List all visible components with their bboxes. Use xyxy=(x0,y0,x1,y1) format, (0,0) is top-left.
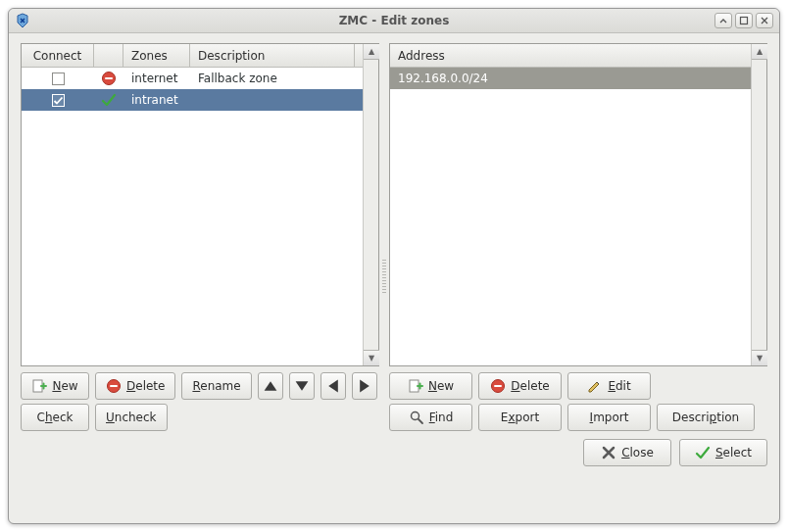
connect-checkbox-cell xyxy=(22,94,94,107)
close-icon xyxy=(601,445,616,460)
col-header-address[interactable]: Address xyxy=(390,44,751,68)
window: ZMC - Edit zones Connect xyxy=(8,8,780,524)
address-value: 192.168.0.0/24 xyxy=(390,72,751,85)
address-buttons: New Delete Edit xyxy=(389,366,767,431)
address-table-headers: Address xyxy=(390,44,751,68)
connect-checkbox[interactable] xyxy=(52,73,65,85)
zone-description: Fallback zone xyxy=(190,72,363,85)
delete-icon xyxy=(490,378,506,394)
zone-row[interactable]: internet Fallback zone xyxy=(22,68,363,89)
btn-label: ew xyxy=(61,379,77,393)
app-icon xyxy=(15,13,30,28)
zones-pane: Connect Zones Description xyxy=(21,43,379,511)
scroll-down-icon[interactable]: ▼ xyxy=(364,350,379,365)
delete-zone-button[interactable]: Delete xyxy=(95,372,175,400)
zones-buttons: New Delete Rename xyxy=(21,366,379,431)
rename-zone-button[interactable]: Rename xyxy=(181,372,251,400)
scroll-up-icon[interactable]: ▲ xyxy=(752,44,767,60)
ok-icon xyxy=(101,92,117,108)
connect-checkbox-cell xyxy=(22,73,94,85)
find-button[interactable]: Find xyxy=(389,404,472,431)
window-title: ZMC - Edit zones xyxy=(9,14,779,27)
triangle-down-icon xyxy=(294,378,310,394)
zone-name: internet xyxy=(123,72,190,85)
col-header-connect[interactable]: Connect xyxy=(22,44,94,68)
edit-address-button[interactable]: Edit xyxy=(567,372,651,400)
maximize-button[interactable] xyxy=(735,13,753,28)
triangle-up-icon xyxy=(263,378,278,394)
error-icon xyxy=(101,71,117,86)
edit-icon xyxy=(587,378,603,394)
zone-name: intranet xyxy=(123,93,190,107)
content: Connect Zones Description xyxy=(9,33,779,523)
dialog-footer: Close Select xyxy=(389,439,767,466)
new-address-button[interactable]: New xyxy=(389,372,472,400)
address-scrollbar[interactable]: ▲ ▼ xyxy=(751,44,766,365)
check-button[interactable]: Check xyxy=(21,404,89,431)
svg-point-9 xyxy=(411,412,419,420)
panes: Connect Zones Description xyxy=(21,43,767,511)
description-button[interactable]: Description xyxy=(657,404,755,431)
select-button[interactable]: Select xyxy=(679,439,767,466)
svg-rect-8 xyxy=(494,385,502,387)
move-left-button[interactable] xyxy=(320,372,346,400)
delete-icon xyxy=(106,378,122,394)
ok-icon xyxy=(695,445,711,460)
zones-scrollbar[interactable]: ▲ ▼ xyxy=(363,44,378,365)
move-right-button[interactable] xyxy=(352,372,377,400)
zone-row[interactable]: intranet xyxy=(22,89,363,111)
address-row[interactable]: 192.168.0.0/24 xyxy=(390,68,751,89)
window-buttons xyxy=(714,13,773,28)
col-header-description[interactable]: Description xyxy=(190,44,355,68)
scroll-down-icon[interactable]: ▼ xyxy=(752,350,767,365)
move-up-button[interactable] xyxy=(258,372,283,400)
triangle-right-icon xyxy=(357,378,372,394)
address-rows: 192.168.0.0/24 xyxy=(390,68,751,89)
scroll-up-icon[interactable]: ▲ xyxy=(364,44,379,60)
col-header-status[interactable] xyxy=(94,44,123,68)
new-icon xyxy=(31,378,47,394)
address-pane: Address 192.168.0.0/24 ▲ ▼ xyxy=(389,43,767,511)
minimize-button[interactable] xyxy=(714,13,732,28)
zones-rows: internet Fallback zone xyxy=(22,68,363,111)
col-header-zones[interactable]: Zones xyxy=(123,44,190,68)
close-window-button[interactable] xyxy=(756,13,773,28)
search-icon xyxy=(409,410,424,425)
triangle-left-icon xyxy=(325,378,341,394)
new-zone-button[interactable]: New xyxy=(21,372,89,400)
new-icon xyxy=(408,378,423,394)
address-table: Address 192.168.0.0/24 ▲ ▼ xyxy=(389,43,767,366)
delete-address-button[interactable]: Delete xyxy=(478,372,562,400)
export-button[interactable]: Export xyxy=(478,404,562,431)
move-down-button[interactable] xyxy=(289,372,315,400)
zones-table-headers: Connect Zones Description xyxy=(22,44,363,68)
titlebar[interactable]: ZMC - Edit zones xyxy=(9,9,779,33)
status-cell xyxy=(94,71,123,86)
col-header-spacer xyxy=(355,44,363,68)
zones-table: Connect Zones Description xyxy=(21,43,379,366)
svg-rect-0 xyxy=(741,18,748,24)
uncheck-button[interactable]: Uncheck xyxy=(95,404,168,431)
svg-rect-2 xyxy=(105,77,113,79)
svg-rect-5 xyxy=(110,385,118,387)
pane-splitter[interactable] xyxy=(379,43,389,511)
status-cell xyxy=(94,92,123,108)
close-button[interactable]: Close xyxy=(583,439,671,466)
import-button[interactable]: Import xyxy=(567,404,651,431)
connect-checkbox[interactable] xyxy=(52,94,65,107)
